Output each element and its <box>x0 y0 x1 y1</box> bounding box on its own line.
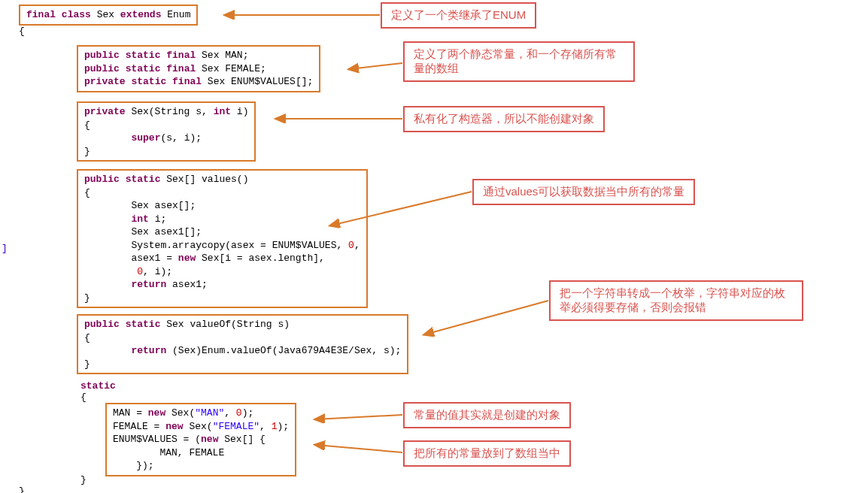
code-line: public static Sex valueOf(String s) <box>84 318 401 331</box>
code-line: final class Sex extends Enum <box>26 8 190 22</box>
code-box-valueof: public static Sex valueOf(String s) { re… <box>77 314 408 374</box>
brace: } <box>80 473 86 487</box>
code-line: asex1 = new Sex[i = asex.length], <box>84 252 360 265</box>
code-line: { <box>84 186 360 200</box>
code-line: public static final Sex FEMALE; <box>84 62 313 76</box>
code-line: MAN = new Sex("MAN", 0); <box>113 407 289 420</box>
code-line: Sex asex1[]; <box>84 225 360 239</box>
code-line: System.arraycopy(asex = ENUM$VALUES, 0, <box>84 239 360 253</box>
code-box-fields: public static final Sex MAN; public stat… <box>77 45 320 92</box>
code-box-constructor: private Sex(String s, int i) { super(s, … <box>77 101 256 162</box>
code-box-class-decl: final class Sex extends Enum <box>19 5 198 26</box>
code-line: { <box>84 331 401 345</box>
annotation-valueof: 把一个字符串转成一个枚举，字符串对应的枚举必须得要存储，否则会报错 <box>549 280 803 321</box>
svg-line-2 <box>350 63 402 69</box>
annotation-class: 定义了一个类继承了ENUM <box>381 2 536 29</box>
brace: } <box>19 485 25 493</box>
code-box-values: public static Sex[] values() { Sex asex[… <box>77 169 368 308</box>
gutter-mark: ] <box>2 242 8 256</box>
code-line: return asex1; <box>84 278 360 292</box>
code-line: } <box>84 292 360 305</box>
code-line: Sex asex[]; <box>84 199 360 213</box>
annotation-constructor: 私有化了构造器，所以不能创建对象 <box>403 106 605 132</box>
code-line: public static final Sex MAN; <box>84 49 313 62</box>
annotation-const-obj: 常量的值其实就是创建的对象 <box>403 402 571 428</box>
code-line: private Sex(String s, int i) <box>84 105 248 119</box>
code-line: MAN, FEMALE <box>113 446 289 460</box>
annotation-array: 把所有的常量放到了数组当中 <box>403 440 571 467</box>
svg-line-7 <box>316 445 402 452</box>
code-line: int i; <box>84 213 360 226</box>
code-line: ENUM$VALUES = (new Sex[] { <box>113 433 289 446</box>
code-line: public static Sex[] values() <box>84 173 360 186</box>
code-line: return (Sex)Enum.valueOf(Java679A4E3E/Se… <box>84 344 401 358</box>
annotation-values: 通过values可以获取数据当中所有的常量 <box>472 179 695 205</box>
svg-line-5 <box>425 301 548 334</box>
code-box-static-init: MAN = new Sex("MAN", 0); FEMALE = new Se… <box>105 403 296 476</box>
code-line: super(s, i); <box>84 132 248 145</box>
code-line: } <box>84 145 248 159</box>
brace: { <box>19 25 25 38</box>
code-line: { <box>84 119 248 132</box>
code-line: } <box>84 358 401 371</box>
code-line: private static final Sex ENUM$VALUES[]; <box>84 75 313 89</box>
svg-line-6 <box>316 415 402 419</box>
code-line: 0, i); <box>84 265 360 279</box>
brace: { <box>80 391 86 404</box>
code-line: }); <box>113 459 289 473</box>
annotation-fields: 定义了两个静态常量，和一个存储所有常量的数组 <box>403 41 635 82</box>
code-line: FEMALE = new Sex("FEMALE", 1); <box>113 420 289 434</box>
